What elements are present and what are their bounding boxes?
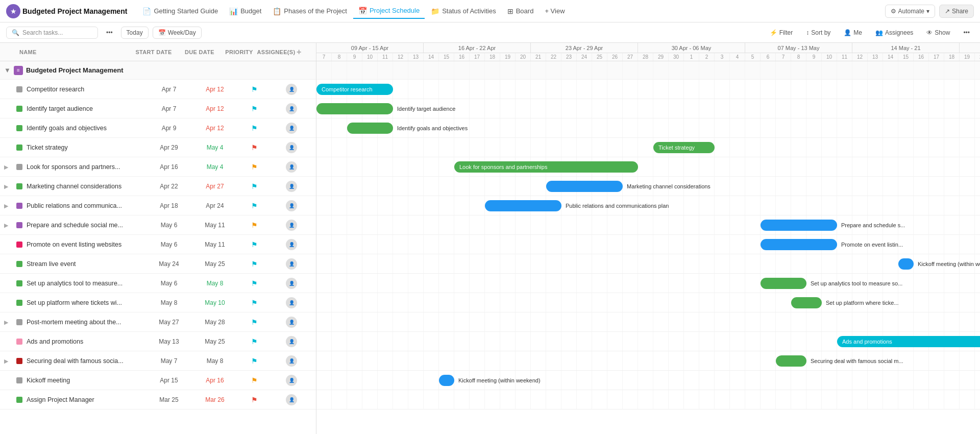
gantt-cell	[362, 293, 378, 312]
gantt-cell	[960, 80, 975, 99]
more2-button[interactable]: •••	[959, 27, 974, 38]
task-due-date: May 28	[192, 319, 238, 326]
assignees-button[interactable]: 👥 Assignees	[871, 27, 917, 38]
task-priority: ⚑	[238, 221, 271, 229]
filter-button[interactable]: ⚡ Filter	[766, 27, 797, 38]
task-color-indicator	[16, 358, 22, 364]
gantt-cell	[960, 177, 975, 196]
share-button[interactable]: ↗ Share	[939, 5, 974, 18]
gantt-cell	[699, 371, 715, 390]
main-content: NAME Start Date Due Date Priority Assign…	[0, 43, 980, 434]
gantt-bar-label: Public relations and communications plan	[566, 203, 669, 209]
gantt-cell	[485, 61, 500, 79]
gantt-cell	[745, 177, 761, 196]
gantt-cell	[914, 371, 929, 390]
task-row[interactable]: ▶ Public relations and communica... Apr …	[0, 196, 316, 215]
gantt-cell	[745, 235, 761, 254]
task-row[interactable]: Competitor research Apr 7 Apr 12 ⚑ 👤	[0, 80, 316, 99]
gantt-task-row: Marketing channel considerations	[316, 177, 980, 196]
gantt-cell	[316, 235, 332, 254]
search-box[interactable]: 🔍 Search tasks...	[6, 27, 98, 39]
gantt-cell	[393, 196, 408, 215]
gantt-cell	[883, 390, 898, 409]
group-toggle-icon[interactable]: ▼	[4, 66, 11, 74]
tab-getting-started[interactable]: 📄 Getting Started Guide	[137, 4, 223, 18]
gantt-cell	[852, 157, 868, 176]
gantt-bar-label: Set up platform where ticke...	[826, 300, 898, 306]
gantt-cell	[485, 138, 500, 157]
gantt-cell	[408, 390, 424, 409]
gantt-cell	[531, 177, 546, 196]
group-header[interactable]: ▼ ≡ Budgeted Project Management	[0, 61, 316, 80]
task-row[interactable]: Ticket strategy Apr 29 May 4 ⚑ 👤	[0, 138, 316, 157]
task-row[interactable]: Assign Project Manager Mar 25 Mar 26 ⚑ 👤	[0, 390, 316, 409]
gantt-cell	[485, 390, 500, 409]
gantt-cell	[699, 312, 715, 331]
col-add-button[interactable]: +	[297, 47, 312, 57]
tab-add-view[interactable]: + View	[540, 4, 570, 18]
task-row[interactable]: ▶ Look for sponsors and partners... Apr …	[0, 157, 316, 177]
sort-by-button[interactable]: ↕ Sort by	[802, 27, 835, 38]
task-assignee: 👤	[271, 84, 312, 95]
doc-icon: 📄	[142, 7, 151, 15]
gantt-day-label: 13	[408, 53, 424, 61]
gantt-cell	[316, 371, 332, 390]
gantt-cell	[669, 99, 684, 118]
gantt-cell	[761, 196, 776, 215]
tab-phases[interactable]: 📋 Phases of the Project	[267, 4, 352, 18]
gantt-cell	[669, 157, 684, 176]
gantt-panel[interactable]: 09 Apr - 15 Apr16 Apr - 22 Apr23 Apr - 2…	[316, 43, 980, 434]
avatar-icon: 👤	[289, 242, 295, 247]
today-button[interactable]: Today	[121, 27, 149, 39]
task-row[interactable]: Ads and promotions May 13 May 25 ⚑ 👤	[0, 332, 316, 351]
gantt-cell	[362, 157, 378, 176]
priority-flag-icon: ⚑	[251, 396, 258, 404]
task-row[interactable]: Promote on event listing websites May 6 …	[0, 235, 316, 254]
gantt-cell	[837, 254, 852, 273]
gantt-cell	[975, 61, 980, 79]
task-row[interactable]: Stream live event May 24 May 25 ⚑ 👤	[0, 254, 316, 274]
gantt-cell	[607, 293, 623, 312]
gantt-cell	[837, 177, 852, 196]
gantt-weeks: 09 Apr - 15 Apr16 Apr - 22 Apr23 Apr - 2…	[316, 43, 980, 53]
gantt-cell	[332, 351, 347, 370]
tab-board[interactable]: ⊞ Board	[502, 4, 539, 18]
automate-button[interactable]: ⚙ Automate ▾	[885, 5, 935, 18]
task-row[interactable]: ▶ Prepare and schedule social me... May …	[0, 215, 316, 235]
priority-flag-icon: ⚑	[251, 299, 258, 307]
gantt-cell	[500, 351, 516, 370]
avatar: 👤	[286, 297, 297, 308]
gantt-cell	[730, 293, 745, 312]
task-row[interactable]: Set up analytics tool to measure... May …	[0, 274, 316, 293]
tab-budget[interactable]: 📊 Budget	[224, 4, 266, 18]
nav-tabs: 📄 Getting Started Guide 📊 Budget 📋 Phase…	[137, 4, 883, 19]
gantt-cell	[347, 157, 362, 176]
gantt-cell	[516, 274, 531, 293]
task-row[interactable]: Identify goals and objectives Apr 9 Apr …	[0, 118, 316, 138]
avatar: 👤	[286, 317, 297, 328]
gantt-cell	[715, 61, 730, 79]
gantt-cell	[837, 312, 852, 331]
gantt-cell	[776, 99, 791, 118]
col-header-assignee: Assignee(s)	[256, 49, 297, 55]
tab-status[interactable]: 📁 Status of Activities	[426, 4, 501, 18]
task-row[interactable]: ▶ Marketing channel considerations Apr 2…	[0, 177, 316, 196]
task-row[interactable]: ▶ Securing deal with famous socia... May…	[0, 351, 316, 371]
task-row[interactable]: Kickoff meeting Apr 15 Apr 16 ⚑ 👤	[0, 371, 316, 390]
gantt-cell	[715, 99, 730, 118]
more-button[interactable]: •••	[102, 27, 117, 38]
avatar-icon: 👤	[289, 203, 295, 208]
week-day-button[interactable]: 📅 Week/Day	[153, 27, 202, 39]
tab-project-schedule[interactable]: 📅 Project Schedule	[353, 4, 425, 19]
show-button[interactable]: 👁 Show	[922, 27, 954, 38]
task-row[interactable]: Set up platform where tickets wi... May …	[0, 293, 316, 312]
gantt-cell	[669, 215, 684, 234]
task-row[interactable]: ▶ Post-mortem meeting about the... May 2…	[0, 312, 316, 332]
gantt-day-label: 18	[485, 53, 500, 61]
gantt-cell	[745, 390, 761, 409]
gantt-cell	[761, 390, 776, 409]
add-column-icon[interactable]: +	[297, 47, 302, 56]
task-name: Post-mortem meeting about the...	[27, 319, 146, 326]
task-row[interactable]: Identify target audience Apr 7 Apr 12 ⚑ …	[0, 99, 316, 118]
me-button[interactable]: 👤 Me	[840, 27, 866, 38]
